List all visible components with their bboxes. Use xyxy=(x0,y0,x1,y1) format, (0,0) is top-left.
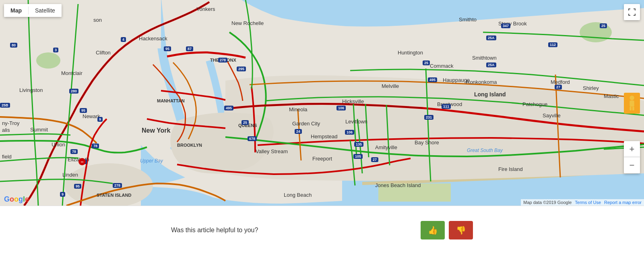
map-zoom-in-button[interactable]: + xyxy=(624,141,640,157)
map-zoom-out-button[interactable]: − xyxy=(624,157,640,173)
badge-i106: 106 xyxy=(336,106,346,110)
svg-rect-9 xyxy=(630,107,632,111)
badge-i280: 280 xyxy=(69,89,78,94)
feedback-no-button[interactable]: 👎 xyxy=(449,221,473,239)
badge-i95: 95 xyxy=(164,46,171,51)
badge-i25a: 25A xyxy=(486,62,496,67)
badge-i25ac: 25 xyxy=(423,60,430,65)
terms-of-use-link[interactable]: Terms of Use xyxy=(575,200,601,205)
map-wrapper: Yonkers New Rochelle Hackensack Clifton … xyxy=(0,0,644,254)
badge-i105: 105 xyxy=(353,154,363,159)
badge-i27: 27 xyxy=(371,157,378,162)
badge-i25: 25 xyxy=(242,120,249,125)
feedback-yes-button[interactable]: 👍 xyxy=(421,221,445,239)
map-attribution: Map data ©2019 Google Terms of Use Repor… xyxy=(521,199,644,206)
street-view-button[interactable] xyxy=(624,93,640,114)
svg-rect-10 xyxy=(632,107,634,111)
badge-i80: 80 xyxy=(10,43,17,48)
badge-i25: 25 xyxy=(600,23,607,28)
feedback-buttons: 👍 👎 xyxy=(421,221,473,239)
map-fullscreen-button[interactable] xyxy=(624,4,640,20)
badge-i278b: 278 xyxy=(113,183,122,188)
badge-i112: 112 xyxy=(548,42,557,47)
badge-i295: 295 xyxy=(237,67,246,71)
badge-i9: 9 xyxy=(97,117,103,122)
badge-i78: 78 xyxy=(70,149,78,154)
badge-i135: 135 xyxy=(354,142,363,147)
badge-i25ab: 25A xyxy=(486,35,496,40)
feedback-bar: Was this article helpful to you? 👍 👎 xyxy=(0,206,644,254)
badge-i78b: 78 xyxy=(92,144,99,148)
svg-rect-6 xyxy=(378,183,451,202)
svg-rect-8 xyxy=(630,100,634,106)
svg-point-7 xyxy=(630,96,634,100)
map-data-text: Map data ©2019 Google xyxy=(523,200,572,205)
badge-i9b: 9 xyxy=(60,192,65,197)
badge-i4: 4 xyxy=(121,37,126,42)
map-zoom-controls: + − xyxy=(624,141,640,173)
badge-i678: 678 xyxy=(248,136,257,141)
badge-i95d: 95 xyxy=(74,184,81,189)
badge-i347: 347 xyxy=(501,23,510,28)
badge-i111: 111 xyxy=(442,104,451,109)
map-type-controls: Map Satellite xyxy=(4,4,62,17)
badge-i95b: 95 xyxy=(80,108,87,113)
feedback-question: Was this article helpful to you? xyxy=(171,227,413,234)
badge-i3: 3 xyxy=(53,48,58,52)
svg-rect-2 xyxy=(141,0,161,48)
badge-i495b: 495 xyxy=(428,77,437,82)
map-type-map-button[interactable]: Map xyxy=(4,4,28,17)
google-logo: Google xyxy=(4,195,29,204)
report-map-error-link[interactable]: Report a map error xyxy=(604,200,642,205)
badge-i231: 231 xyxy=(424,115,433,120)
map-container[interactable]: Yonkers New Rochelle Hackensack Clifton … xyxy=(0,0,644,206)
map-svg xyxy=(0,0,644,206)
no-entry-sign: − xyxy=(78,158,86,165)
badge-i278: 278 xyxy=(218,58,227,62)
badge-i27b: 27 xyxy=(555,85,562,90)
map-type-satellite-button[interactable]: Satellite xyxy=(29,4,62,17)
svg-point-4 xyxy=(36,52,60,69)
badge-i25b: 25B xyxy=(0,103,10,108)
badge-i495: 495 xyxy=(224,106,233,110)
badge-i24: 24 xyxy=(295,129,302,134)
badge-i87: 87 xyxy=(186,46,193,51)
badge-i106b: 106 xyxy=(345,130,354,135)
